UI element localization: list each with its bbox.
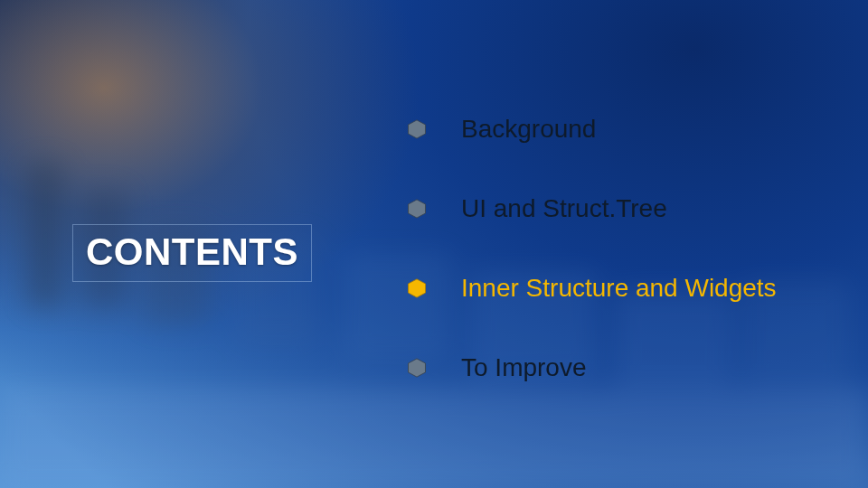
list-item-label: UI and Struct.Tree xyxy=(461,194,667,223)
list-item: To Improve xyxy=(407,353,841,382)
title-area: CONTENTS xyxy=(0,206,344,282)
page-title: CONTENTS xyxy=(86,230,298,274)
hexagon-bullet-icon xyxy=(407,358,427,378)
svg-marker-0 xyxy=(409,120,426,138)
svg-marker-1 xyxy=(409,200,426,218)
contents-list: Background UI and Struct.Tree Inner Stru… xyxy=(344,106,868,382)
hexagon-bullet-icon xyxy=(407,119,427,139)
hexagon-bullet-icon xyxy=(407,199,427,219)
list-item-label: Inner Structure and Widgets xyxy=(461,274,777,303)
slide-contents: CONTENTS Background UI and Struct.Tree I… xyxy=(0,0,868,488)
title-box: CONTENTS xyxy=(72,224,312,282)
list-item: UI and Struct.Tree xyxy=(407,194,841,223)
hexagon-bullet-icon xyxy=(407,278,427,298)
list-item-label: Background xyxy=(461,115,596,144)
svg-marker-3 xyxy=(409,359,426,377)
list-item-active: Inner Structure and Widgets xyxy=(407,274,841,303)
list-item-label: To Improve xyxy=(461,353,587,382)
list-item: Background xyxy=(407,115,841,144)
svg-marker-2 xyxy=(409,279,426,297)
